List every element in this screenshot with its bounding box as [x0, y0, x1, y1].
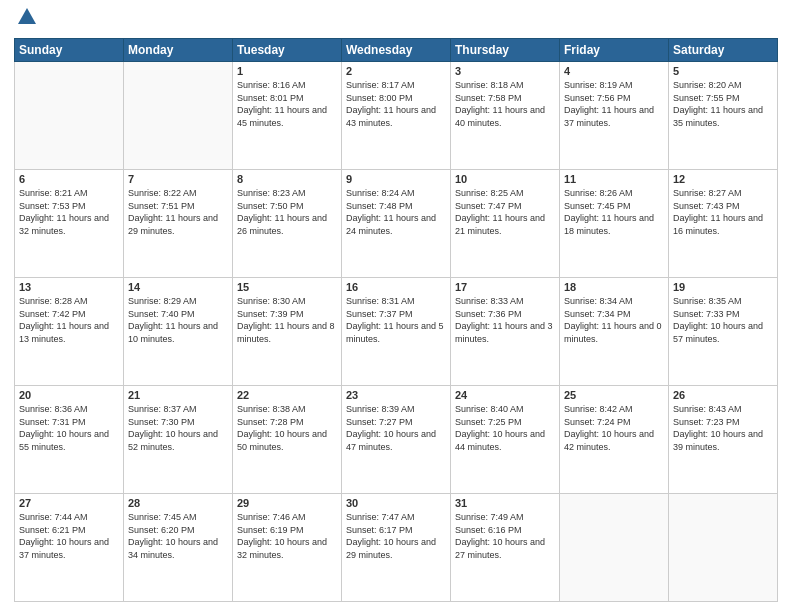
day-details: Sunrise: 8:18 AMSunset: 7:58 PMDaylight:…: [455, 79, 555, 129]
calendar-cell: 23Sunrise: 8:39 AMSunset: 7:27 PMDayligh…: [342, 386, 451, 494]
header: [14, 10, 778, 32]
calendar-cell: 14Sunrise: 8:29 AMSunset: 7:40 PMDayligh…: [124, 278, 233, 386]
day-details: Sunrise: 8:31 AMSunset: 7:37 PMDaylight:…: [346, 295, 446, 345]
page: SundayMondayTuesdayWednesdayThursdayFrid…: [0, 0, 792, 612]
day-details: Sunrise: 8:24 AMSunset: 7:48 PMDaylight:…: [346, 187, 446, 237]
day-number: 11: [564, 173, 664, 185]
day-details: Sunrise: 8:43 AMSunset: 7:23 PMDaylight:…: [673, 403, 773, 453]
calendar-header-row: SundayMondayTuesdayWednesdayThursdayFrid…: [15, 39, 778, 62]
day-number: 16: [346, 281, 446, 293]
day-details: Sunrise: 8:19 AMSunset: 7:56 PMDaylight:…: [564, 79, 664, 129]
day-number: 5: [673, 65, 773, 77]
calendar-week-row: 6Sunrise: 8:21 AMSunset: 7:53 PMDaylight…: [15, 170, 778, 278]
calendar-week-row: 20Sunrise: 8:36 AMSunset: 7:31 PMDayligh…: [15, 386, 778, 494]
calendar-cell: 11Sunrise: 8:26 AMSunset: 7:45 PMDayligh…: [560, 170, 669, 278]
day-details: Sunrise: 8:26 AMSunset: 7:45 PMDaylight:…: [564, 187, 664, 237]
logo-icon: [16, 6, 38, 28]
day-details: Sunrise: 8:16 AMSunset: 8:01 PMDaylight:…: [237, 79, 337, 129]
calendar-cell: 30Sunrise: 7:47 AMSunset: 6:17 PMDayligh…: [342, 494, 451, 602]
calendar-cell: [560, 494, 669, 602]
day-number: 21: [128, 389, 228, 401]
day-details: Sunrise: 8:21 AMSunset: 7:53 PMDaylight:…: [19, 187, 119, 237]
calendar-cell: 27Sunrise: 7:44 AMSunset: 6:21 PMDayligh…: [15, 494, 124, 602]
day-number: 20: [19, 389, 119, 401]
day-details: Sunrise: 7:46 AMSunset: 6:19 PMDaylight:…: [237, 511, 337, 561]
calendar-cell: 18Sunrise: 8:34 AMSunset: 7:34 PMDayligh…: [560, 278, 669, 386]
day-number: 18: [564, 281, 664, 293]
weekday-header: Sunday: [15, 39, 124, 62]
day-number: 26: [673, 389, 773, 401]
day-details: Sunrise: 7:45 AMSunset: 6:20 PMDaylight:…: [128, 511, 228, 561]
calendar-cell: 8Sunrise: 8:23 AMSunset: 7:50 PMDaylight…: [233, 170, 342, 278]
weekday-header: Friday: [560, 39, 669, 62]
calendar-week-row: 13Sunrise: 8:28 AMSunset: 7:42 PMDayligh…: [15, 278, 778, 386]
day-number: 2: [346, 65, 446, 77]
calendar-cell: 29Sunrise: 7:46 AMSunset: 6:19 PMDayligh…: [233, 494, 342, 602]
calendar-cell: 13Sunrise: 8:28 AMSunset: 7:42 PMDayligh…: [15, 278, 124, 386]
calendar-table: SundayMondayTuesdayWednesdayThursdayFrid…: [14, 38, 778, 602]
day-number: 4: [564, 65, 664, 77]
calendar-cell: 31Sunrise: 7:49 AMSunset: 6:16 PMDayligh…: [451, 494, 560, 602]
day-details: Sunrise: 8:25 AMSunset: 7:47 PMDaylight:…: [455, 187, 555, 237]
day-number: 19: [673, 281, 773, 293]
day-number: 13: [19, 281, 119, 293]
day-details: Sunrise: 8:27 AMSunset: 7:43 PMDaylight:…: [673, 187, 773, 237]
day-details: Sunrise: 8:37 AMSunset: 7:30 PMDaylight:…: [128, 403, 228, 453]
calendar-cell: [669, 494, 778, 602]
calendar-cell: 4Sunrise: 8:19 AMSunset: 7:56 PMDaylight…: [560, 62, 669, 170]
day-details: Sunrise: 7:49 AMSunset: 6:16 PMDaylight:…: [455, 511, 555, 561]
day-number: 12: [673, 173, 773, 185]
calendar-cell: 22Sunrise: 8:38 AMSunset: 7:28 PMDayligh…: [233, 386, 342, 494]
calendar-cell: 6Sunrise: 8:21 AMSunset: 7:53 PMDaylight…: [15, 170, 124, 278]
day-number: 14: [128, 281, 228, 293]
calendar-cell: 15Sunrise: 8:30 AMSunset: 7:39 PMDayligh…: [233, 278, 342, 386]
day-number: 9: [346, 173, 446, 185]
calendar-cell: 5Sunrise: 8:20 AMSunset: 7:55 PMDaylight…: [669, 62, 778, 170]
day-number: 8: [237, 173, 337, 185]
day-details: Sunrise: 7:47 AMSunset: 6:17 PMDaylight:…: [346, 511, 446, 561]
day-details: Sunrise: 8:30 AMSunset: 7:39 PMDaylight:…: [237, 295, 337, 345]
calendar-cell: 9Sunrise: 8:24 AMSunset: 7:48 PMDaylight…: [342, 170, 451, 278]
calendar-cell: 12Sunrise: 8:27 AMSunset: 7:43 PMDayligh…: [669, 170, 778, 278]
calendar-cell: 2Sunrise: 8:17 AMSunset: 8:00 PMDaylight…: [342, 62, 451, 170]
day-number: 28: [128, 497, 228, 509]
day-number: 3: [455, 65, 555, 77]
calendar-cell: 25Sunrise: 8:42 AMSunset: 7:24 PMDayligh…: [560, 386, 669, 494]
day-number: 6: [19, 173, 119, 185]
calendar-cell: 24Sunrise: 8:40 AMSunset: 7:25 PMDayligh…: [451, 386, 560, 494]
day-number: 23: [346, 389, 446, 401]
calendar-cell: 26Sunrise: 8:43 AMSunset: 7:23 PMDayligh…: [669, 386, 778, 494]
calendar-cell: 7Sunrise: 8:22 AMSunset: 7:51 PMDaylight…: [124, 170, 233, 278]
day-details: Sunrise: 8:39 AMSunset: 7:27 PMDaylight:…: [346, 403, 446, 453]
calendar-cell: 20Sunrise: 8:36 AMSunset: 7:31 PMDayligh…: [15, 386, 124, 494]
day-number: 1: [237, 65, 337, 77]
calendar-cell: 28Sunrise: 7:45 AMSunset: 6:20 PMDayligh…: [124, 494, 233, 602]
day-number: 7: [128, 173, 228, 185]
day-details: Sunrise: 8:38 AMSunset: 7:28 PMDaylight:…: [237, 403, 337, 453]
day-number: 30: [346, 497, 446, 509]
day-number: 17: [455, 281, 555, 293]
day-number: 24: [455, 389, 555, 401]
day-number: 29: [237, 497, 337, 509]
calendar-cell: 21Sunrise: 8:37 AMSunset: 7:30 PMDayligh…: [124, 386, 233, 494]
weekday-header: Tuesday: [233, 39, 342, 62]
day-details: Sunrise: 8:28 AMSunset: 7:42 PMDaylight:…: [19, 295, 119, 345]
day-details: Sunrise: 8:34 AMSunset: 7:34 PMDaylight:…: [564, 295, 664, 345]
calendar-cell: 1Sunrise: 8:16 AMSunset: 8:01 PMDaylight…: [233, 62, 342, 170]
weekday-header: Monday: [124, 39, 233, 62]
day-details: Sunrise: 8:35 AMSunset: 7:33 PMDaylight:…: [673, 295, 773, 345]
calendar-cell: 10Sunrise: 8:25 AMSunset: 7:47 PMDayligh…: [451, 170, 560, 278]
day-number: 22: [237, 389, 337, 401]
calendar-cell: 3Sunrise: 8:18 AMSunset: 7:58 PMDaylight…: [451, 62, 560, 170]
day-details: Sunrise: 8:29 AMSunset: 7:40 PMDaylight:…: [128, 295, 228, 345]
calendar-week-row: 1Sunrise: 8:16 AMSunset: 8:01 PMDaylight…: [15, 62, 778, 170]
day-details: Sunrise: 8:40 AMSunset: 7:25 PMDaylight:…: [455, 403, 555, 453]
calendar-cell: 19Sunrise: 8:35 AMSunset: 7:33 PMDayligh…: [669, 278, 778, 386]
day-details: Sunrise: 8:42 AMSunset: 7:24 PMDaylight:…: [564, 403, 664, 453]
day-details: Sunrise: 8:20 AMSunset: 7:55 PMDaylight:…: [673, 79, 773, 129]
day-number: 31: [455, 497, 555, 509]
day-number: 25: [564, 389, 664, 401]
day-details: Sunrise: 8:33 AMSunset: 7:36 PMDaylight:…: [455, 295, 555, 345]
weekday-header: Wednesday: [342, 39, 451, 62]
day-details: Sunrise: 8:17 AMSunset: 8:00 PMDaylight:…: [346, 79, 446, 129]
